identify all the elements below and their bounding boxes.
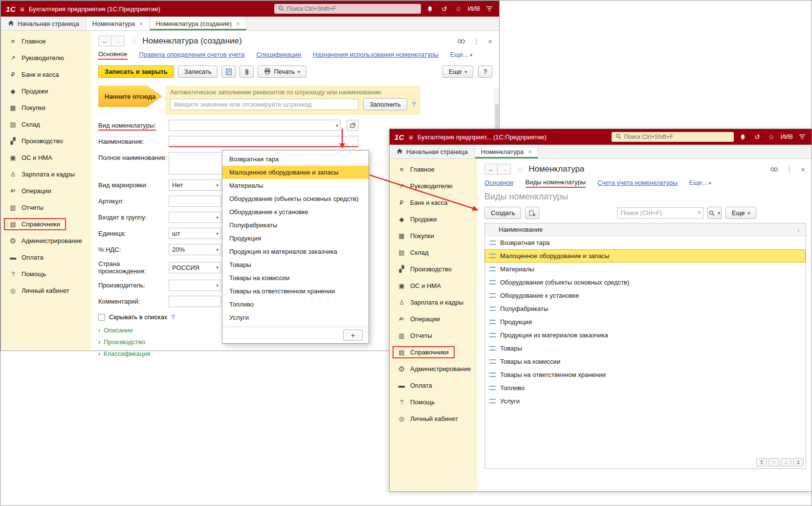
- print-button[interactable]: Печать ▾: [258, 66, 306, 78]
- get-link-icon[interactable]: [458, 39, 465, 44]
- save-button[interactable]: Записать: [178, 66, 218, 78]
- table-row[interactable]: Оборудование (объекты основных средств): [485, 276, 806, 289]
- forward-button[interactable]: →: [498, 164, 511, 175]
- sidebar-item[interactable]: ▣ ОС и НМА: [390, 277, 478, 294]
- favorite-star-icon[interactable]: ☆: [517, 165, 524, 174]
- sidebar-item[interactable]: ◆ Продажи: [390, 211, 478, 227]
- vat-input[interactable]: [169, 244, 221, 255]
- sidebar-item[interactable]: ▥ Отчеты: [1, 199, 91, 216]
- dropdown-item[interactable]: Топливо: [222, 298, 369, 311]
- table-row[interactable]: Товары на комиссии: [485, 355, 806, 368]
- group-input[interactable]: [169, 212, 221, 223]
- home-tab[interactable]: Начальная страница: [1, 17, 86, 30]
- sidebar-item[interactable]: ↗ Руководителю: [1, 49, 91, 66]
- attachments-button[interactable]: [240, 66, 254, 78]
- close-tab-icon[interactable]: ×: [139, 20, 143, 27]
- nomenclature-type-input[interactable]: [169, 120, 341, 131]
- dropdown-item[interactable]: Оборудование к установке: [222, 205, 369, 219]
- home-tab[interactable]: Начальная страница: [390, 145, 475, 158]
- sidebar-item[interactable]: ? Помощь: [1, 265, 91, 282]
- go-first-button[interactable]: ↥: [756, 458, 767, 466]
- favorites-star-icon[interactable]: ☆: [454, 5, 463, 13]
- dropdown-caret-icon[interactable]: ▾: [216, 283, 219, 288]
- more-button[interactable]: Еще▾: [442, 66, 473, 78]
- dropdown-item[interactable]: Продукция из материалов заказчика: [222, 245, 369, 258]
- add-new-type-button[interactable]: +: [343, 330, 363, 341]
- help-button[interactable]: ?: [478, 66, 492, 78]
- section-link[interactable]: Виды номенклатуры▾: [526, 178, 586, 188]
- user-initials[interactable]: ИИВ: [781, 133, 793, 140]
- table-row[interactable]: Товары на ответственном хранении: [485, 368, 806, 381]
- sidebar-item[interactable]: ▞ Производство: [1, 132, 91, 149]
- sidebar-item[interactable]: ◎ Личный кабинет: [390, 410, 478, 427]
- table-row[interactable]: Продукция из материалов заказчика: [485, 329, 806, 342]
- find-button[interactable]: ▾: [707, 207, 722, 219]
- hide-in-lists-checkbox[interactable]: [98, 314, 105, 321]
- hide-help-link[interactable]: ?: [171, 313, 175, 321]
- notifications-bell-icon[interactable]: [425, 6, 435, 12]
- sidebar-item[interactable]: ▣ ОС и НМА: [1, 149, 91, 166]
- dropdown-caret-icon[interactable]: ▾: [216, 215, 219, 220]
- sidebar-item[interactable]: ↗ Руководителю: [390, 177, 478, 194]
- section-link[interactable]: Спецификации▾: [256, 51, 301, 59]
- marking-input[interactable]: [169, 179, 221, 191]
- page-up-button[interactable]: ↑: [768, 458, 779, 466]
- table-row[interactable]: Продукция: [485, 315, 806, 329]
- go-last-button[interactable]: ↧: [793, 458, 804, 466]
- close-form-icon[interactable]: ×: [488, 37, 492, 45]
- sidebar-item[interactable]: ⚙ Администрирование: [390, 360, 478, 377]
- sidebar-item[interactable]: ⚙ Администрирование: [1, 232, 91, 249]
- autofill-help-link[interactable]: ?: [412, 101, 416, 108]
- global-search-input[interactable]: Поиск Ctrl+Shift+F: [274, 4, 421, 14]
- comment-input[interactable]: [169, 296, 221, 307]
- dropdown-item[interactable]: Товары на комиссии: [222, 271, 369, 285]
- notifications-bell-icon[interactable]: [738, 134, 748, 140]
- create-button[interactable]: Создать: [484, 207, 521, 219]
- sidebar-item[interactable]: ▤ Склад: [1, 116, 91, 132]
- sidebar-item[interactable]: ≡ Главное: [1, 33, 91, 49]
- unit-input[interactable]: [169, 228, 221, 239]
- global-search-input[interactable]: Поиск Ctrl+Shift+F: [612, 132, 734, 142]
- get-link-icon[interactable]: [770, 167, 778, 172]
- sidebar-item[interactable]: ◆ Продажи: [1, 83, 91, 99]
- sidebar-item[interactable]: ◎ Личный кабинет: [1, 282, 91, 299]
- favorites-star-icon[interactable]: ☆: [767, 133, 776, 141]
- name-input[interactable]: [169, 136, 358, 147]
- table-row[interactable]: Полуфабрикаты: [485, 302, 806, 315]
- dropdown-item[interactable]: Полуфабрикаты: [222, 219, 369, 232]
- close-tab-icon[interactable]: ×: [528, 148, 532, 155]
- sidebar-item[interactable]: ▬ Оплата: [1, 249, 91, 265]
- sidebar-item[interactable]: ? Помощь: [390, 394, 478, 410]
- service-settings-icon[interactable]: [484, 6, 494, 12]
- hamburger-menu-icon[interactable]: ≡: [20, 5, 24, 13]
- save-and-close-button[interactable]: Записать и закрыть: [98, 66, 174, 78]
- document-tab[interactable]: Номенклатура ×: [86, 17, 150, 30]
- sidebar-item[interactable]: Дт Операции: [1, 182, 91, 199]
- dropdown-item[interactable]: Товары: [222, 258, 369, 271]
- section-link[interactable]: Назначения использования номенклатуры▾: [313, 51, 439, 59]
- document-tab[interactable]: Номенклатура ×: [475, 145, 538, 158]
- sidebar-item[interactable]: ≡ Главное: [390, 161, 478, 177]
- table-row[interactable]: Возвратная тара: [485, 236, 806, 249]
- favorite-star-icon[interactable]: ☆: [131, 37, 137, 46]
- sidebar-item[interactable]: ♙ Зарплата и кадры: [390, 294, 478, 310]
- dropdown-caret-icon[interactable]: ▾: [216, 247, 219, 252]
- table-header[interactable]: Наименование ↓: [485, 223, 806, 236]
- open-type-button[interactable]: [347, 120, 359, 131]
- name-column-header[interactable]: Наименование: [499, 226, 543, 233]
- section-link[interactable]: Еще...▾: [689, 179, 711, 187]
- barcode-input[interactable]: [170, 99, 358, 110]
- close-form-icon[interactable]: ×: [801, 165, 805, 174]
- sidebar-item[interactable]: ▥ Отчеты: [390, 327, 478, 344]
- more-button[interactable]: Еще▾: [725, 207, 756, 219]
- dropdown-item[interactable]: Продукция: [222, 232, 369, 245]
- sidebar-item[interactable]: ▤ Склад: [390, 244, 478, 261]
- more-menu-icon[interactable]: ⋮: [473, 37, 480, 45]
- country-input[interactable]: [169, 262, 221, 273]
- sidebar-item[interactable]: ▧ Справочники: [390, 344, 478, 360]
- sidebar-item[interactable]: ▬ Оплата: [390, 377, 478, 394]
- sidebar-item[interactable]: ♙ Зарплата и кадры: [1, 166, 91, 182]
- page-down-button[interactable]: ↓: [781, 458, 791, 466]
- section-link[interactable]: Счета учета номенклатуры▾: [597, 179, 677, 187]
- sidebar-item[interactable]: ▦ Покупки: [1, 99, 91, 116]
